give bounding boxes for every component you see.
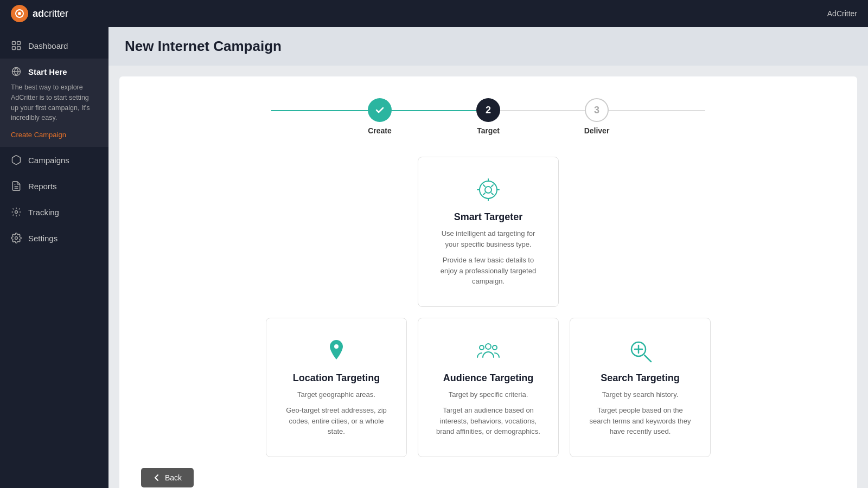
svg-rect-2 [12,42,16,45]
sidebar-item-settings[interactable]: Settings [0,225,108,251]
svg-point-24 [493,345,497,350]
svg-point-12 [485,187,492,193]
sidebar-item-reports[interactable]: Reports [0,173,108,199]
sidebar-item-campaigns[interactable]: Campaigns [0,147,108,173]
svg-line-19 [492,193,493,195]
audience-targeting-desc: Target an audience based on interests, b… [435,405,542,437]
smart-targeter-card[interactable]: Smart Targeter Use intelligent ad target… [418,157,559,307]
svg-point-10 [15,237,18,240]
top-cards-row: Smart Targeter Use intelligent ad target… [418,157,559,307]
location-targeting-desc: Geo-target street addresses, zip codes, … [283,405,390,437]
search-targeting-subtitle: Target by search history. [586,389,694,400]
step-create: Create [326,98,434,135]
targeting-options-grid: Smart Targeter Use intelligent ad target… [136,157,841,457]
logo-icon [11,5,28,22]
svg-rect-3 [17,42,21,45]
search-targeting-icon [586,338,694,364]
svg-point-22 [486,344,491,349]
user-label: AdCritter [827,9,857,18]
svg-point-9 [15,211,18,214]
globe-icon [11,66,22,77]
create-campaign-link[interactable]: Create Campaign [11,131,66,139]
audience-targeting-subtitle: Target by specific criteria. [435,389,542,400]
step-create-circle [368,98,392,122]
svg-point-21 [334,344,339,349]
audience-targeting-title: Audience Targeting [435,373,542,384]
step-target-circle: 2 [476,98,500,122]
svg-line-20 [483,185,485,187]
page-header: New Internet Campaign [108,27,868,66]
start-here-title: Start Here [11,66,98,77]
audience-targeting-icon [435,338,542,364]
tracking-icon [11,207,22,217]
svg-line-18 [483,193,485,195]
location-targeting-title: Location Targeting [283,373,390,384]
start-here-section: Start Here The best way to explore AdCri… [0,59,108,147]
smart-targeter-icon [435,177,542,203]
svg-point-11 [480,181,497,198]
step-target-number: 2 [486,105,491,116]
svg-rect-4 [12,47,16,50]
step-target: 2 Target [434,98,542,135]
step-deliver-label: Deliver [584,126,610,135]
svg-line-17 [492,185,493,187]
search-targeting-title: Search Targeting [586,373,694,384]
page-title: New Internet Campaign [125,38,852,55]
campaign-card: Create 2 Target 3 Deliver [119,76,857,488]
main-content: New Internet Campaign Create [108,27,868,488]
location-targeting-card[interactable]: Location Targeting Target geographic are… [266,318,407,457]
reports-icon [11,181,22,191]
step-target-label: Target [477,126,500,135]
bottom-cards-row: Location Targeting Target geographic are… [266,318,711,457]
step-deliver: 3 Deliver [542,98,651,135]
smart-targeter-desc: Provide a few basic details to enjoy a p… [435,255,542,287]
search-targeting-desc: Target people based on the search terms … [586,405,694,437]
dashboard-icon [11,40,22,51]
sidebar-tracking-label: Tracking [28,208,59,217]
sidebar-item-dashboard[interactable]: Dashboard [0,33,108,59]
sidebar-reports-label: Reports [28,182,57,191]
settings-icon [11,233,22,243]
sidebar-item-tracking[interactable]: Tracking [0,199,108,225]
svg-point-1 [18,12,21,15]
smart-targeter-subtitle: Use intelligent ad targeting for your sp… [435,228,542,249]
svg-rect-5 [17,47,21,50]
svg-point-23 [480,345,484,350]
top-navigation: adcritter AdCritter [0,0,868,27]
sidebar-campaigns-label: Campaigns [28,156,69,165]
footer-bar: Back [136,457,841,489]
audience-targeting-card[interactable]: Audience Targeting Target by specific cr… [418,318,559,457]
sidebar-settings-label: Settings [28,234,58,243]
location-targeting-subtitle: Target geographic areas. [283,389,390,400]
back-button[interactable]: Back [141,468,194,487]
smart-targeter-title: Smart Targeter [435,211,542,223]
step-create-label: Create [368,126,392,135]
stepper: Create 2 Target 3 Deliver [136,98,841,135]
search-targeting-card[interactable]: Search Targeting Target by search histor… [570,318,711,457]
campaigns-icon [11,155,22,165]
logo: adcritter [11,5,68,22]
start-here-description: The best way to explore AdCritter is to … [11,82,98,123]
svg-line-26 [644,355,651,362]
page-body: Create 2 Target 3 Deliver [108,66,868,488]
location-targeting-icon [283,338,390,364]
step-deliver-circle: 3 [585,98,609,122]
sidebar-dashboard-label: Dashboard [28,41,68,50]
logo-text: adcritter [33,8,68,20]
sidebar: Dashboard Start Here The best way to exp… [0,27,108,488]
step-deliver-number: 3 [594,105,599,116]
